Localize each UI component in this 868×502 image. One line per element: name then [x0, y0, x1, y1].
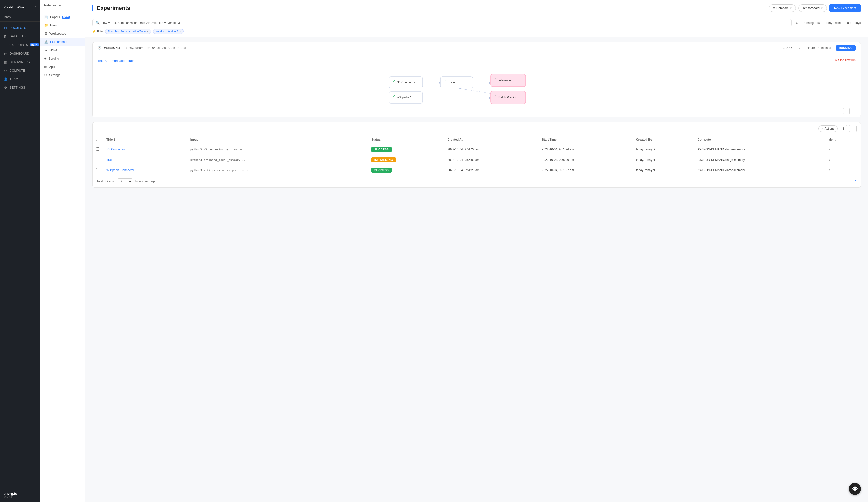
col-start-time: Start Time [538, 135, 633, 144]
experiment-title-link[interactable]: Train [106, 158, 113, 162]
col-compute: Compute [694, 135, 825, 144]
rows-per-page-select[interactable]: 25 50 100 [117, 178, 132, 184]
row-status-cell: SUCCESS [368, 165, 444, 175]
apps-icon: ▦ [44, 65, 47, 69]
remove-filter-version-icon[interactable]: × [179, 30, 181, 33]
row-created-by-cell: tanay. tanayni [633, 155, 694, 165]
project-nav-apps[interactable]: ▦ Apps [40, 63, 85, 71]
settings-icon: ⚙ [3, 86, 8, 90]
page-header: Experiments ≡ Compare ▾ Tensorboard ▾ Ne… [85, 0, 868, 16]
project-title: text-summar... [40, 0, 85, 11]
blueprints-icon: ⊞ [3, 43, 6, 47]
project-nav-experiments[interactable]: 🔬 Experiments [40, 38, 85, 46]
content-area: 🕐 VERSION 3 | tanay.kulkarni @ 04-Oct-20… [85, 37, 868, 502]
row-menu-icon[interactable]: ≡ [828, 168, 830, 172]
row-checkbox[interactable] [96, 147, 100, 151]
row-title-cell: Wikipedia Connector [103, 165, 187, 175]
project-nav-serving[interactable]: ◈ Serving [40, 54, 85, 63]
svg-text:✓: ✓ [444, 79, 447, 83]
brand-name: blueprintsd... [3, 4, 24, 8]
row-checkbox[interactable] [96, 158, 100, 161]
flows-icon: ↔ [44, 48, 48, 52]
project-nav-papers[interactable]: 📄 Papers NEW [40, 13, 85, 21]
sidebar-item-containers[interactable]: ▦ CONTAINERS [0, 58, 40, 66]
tensorboard-chevron-icon: ▾ [821, 6, 823, 10]
serving-icon: ◈ [44, 57, 47, 60]
grid-view-button[interactable]: ⊞ [849, 125, 857, 132]
experiment-title-link[interactable]: Wikipedia Connector [106, 168, 134, 172]
chat-button[interactable]: 💬 [849, 483, 861, 495]
row-created-at-cell: 2022-10-04, 9:51:25 am [444, 165, 538, 175]
compare-button[interactable]: ≡ Compare ▾ [769, 4, 796, 12]
table-row: Train python3 training_model_summary....… [93, 155, 861, 165]
select-all-checkbox[interactable] [96, 138, 100, 141]
chat-icon: 💬 [852, 486, 858, 492]
sidebar-nav: ◻ PROJECTS 🗄 DATASETS ⊞ BLUEPRINTS BETA … [0, 22, 40, 488]
table-toolbar: ≡ Actions ⬆ ⊞ [93, 122, 861, 135]
sidebar-footer: cnvrg.io v4.7.43 [0, 488, 40, 502]
time-filter-week[interactable]: Last 7 days [846, 21, 861, 24]
sidebar-item-label: SETTINGS [10, 86, 25, 90]
stop-flow-button[interactable]: ⊗ Stop flow run [834, 58, 856, 62]
svg-line-3 [457, 88, 494, 94]
project-nav-files[interactable]: 📁 Files [40, 21, 85, 29]
sidebar-item-dashboard[interactable]: ▤ DASHBOARD [0, 49, 40, 58]
svg-text:Wikipedia Co...: Wikipedia Co... [397, 96, 415, 99]
row-menu-icon[interactable]: ≡ [828, 148, 830, 151]
table-row: Wikipedia Connector python3 wiki.py --to… [93, 165, 861, 175]
project-nav-workspaces[interactable]: 🖥 Workspaces [40, 29, 85, 38]
search-box[interactable]: 🔍 flow = 'Text Summarization Train' AND … [92, 19, 792, 27]
flow-name-link[interactable]: Text Summarization Train [98, 59, 856, 63]
progress-icon: △ [783, 46, 785, 50]
row-start-time-cell: 2022-10-04, 9:55:06 am [538, 155, 633, 165]
actions-button[interactable]: ≡ Actions [818, 125, 838, 132]
sidebar-item-projects[interactable]: ◻ PROJECTS [0, 24, 40, 32]
flow-progress: 2 / 5– [786, 46, 794, 50]
search-text: flow = 'Text Summarization Train' AND ve… [102, 21, 180, 24]
row-start-time-cell: 2022-10-04, 9:51:27 am [538, 165, 633, 175]
back-icon[interactable]: ‹ [35, 4, 37, 9]
new-experiment-button[interactable]: New Experiment [829, 4, 861, 12]
svg-text:✓: ✓ [393, 94, 395, 98]
app-version: v4.7.43 [3, 496, 37, 499]
row-compute-cell: AWS-ON-DEMAND.xlarge-memory [694, 144, 825, 155]
export-button[interactable]: ⬆ [840, 125, 847, 132]
project-nav-label: Papers [50, 15, 60, 19]
zoom-out-button[interactable]: − [843, 108, 850, 114]
col-created-at: Created At [444, 135, 538, 144]
select-all-header [93, 135, 103, 144]
svg-text:Batch Predict: Batch Predict [498, 96, 516, 99]
sidebar-item-datasets[interactable]: 🗄 DATASETS [0, 32, 40, 41]
clock-icon: 🕐 [98, 46, 102, 50]
time-filter-running[interactable]: Running now [803, 21, 820, 24]
time-filter-today[interactable]: Today's work [824, 21, 841, 24]
row-checkbox[interactable] [96, 168, 100, 171]
row-checkbox-cell [93, 165, 103, 175]
new-badge: NEW [62, 16, 70, 19]
flow-diagram: ✓ S3 Connector ✓ Train ○ Inference ✓ [98, 66, 856, 112]
row-menu-icon[interactable]: ≡ [828, 158, 830, 162]
flow-status-badge: RUNNING [836, 45, 856, 51]
filter-button[interactable]: ⚡ Filter [92, 29, 103, 34]
zoom-in-button[interactable]: + [851, 108, 857, 114]
sidebar-item-team[interactable]: 👤 TEAM [0, 75, 40, 83]
filter-tag-flow[interactable]: flow: Text Summarization Train × [105, 29, 151, 34]
filter-bar: 🔍 flow = 'Text Summarization Train' AND … [85, 16, 868, 37]
svg-text:Train: Train [448, 81, 455, 84]
header-actions: ≡ Compare ▾ Tensorboard ▾ New Experiment [769, 4, 861, 12]
filter-tag-version[interactable]: version: Version 3 × [153, 29, 184, 34]
refresh-icon[interactable]: ↻ [796, 21, 799, 25]
experiments-table: Title ℹ Input Status Created At Start Ti… [93, 135, 861, 175]
sidebar-item-blueprints[interactable]: ⊞ BLUEPRINTS BETA [0, 41, 40, 49]
tensorboard-button[interactable]: Tensorboard ▾ [798, 4, 827, 12]
row-checkbox-cell [93, 155, 103, 165]
project-nav-settings[interactable]: ⚙ Settings [40, 71, 85, 79]
row-created-at-cell: 2022-10-04, 9:55:03 am [444, 155, 538, 165]
sidebar-item-settings[interactable]: ⚙ SETTINGS [0, 83, 40, 92]
project-nav-label: Experiments [50, 40, 67, 44]
project-nav-flows[interactable]: ↔ Flows [40, 46, 85, 54]
remove-filter-flow-icon[interactable]: × [147, 30, 148, 33]
sidebar-item-compute[interactable]: ⊙ COMPUTE [0, 66, 40, 75]
experiment-title-link[interactable]: S3 Connector [106, 148, 125, 151]
pagination-page[interactable]: 1 [855, 180, 857, 183]
